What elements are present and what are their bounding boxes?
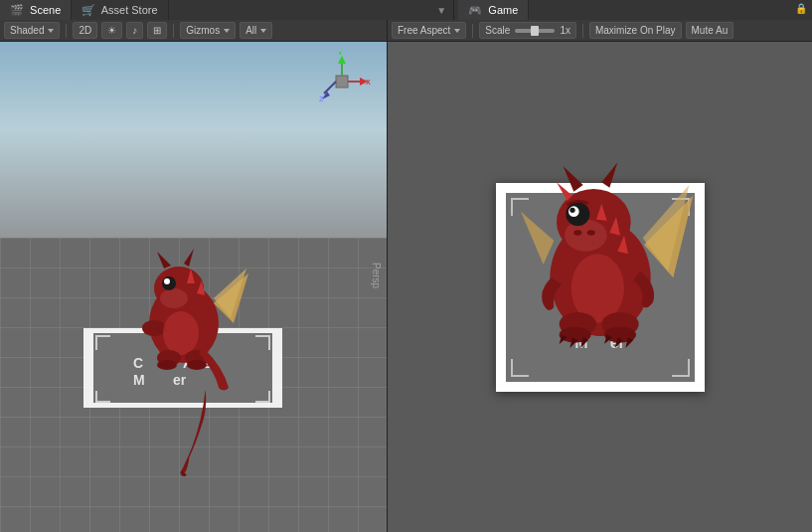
2d-label: 2D	[79, 25, 91, 36]
svg-point-27	[157, 360, 177, 370]
all-dropdown[interactable]: All	[240, 22, 272, 39]
scale-slider[interactable]	[515, 29, 555, 33]
tab-scene[interactable]: 🎬 Scene	[0, 0, 72, 20]
maximize-on-play-btn[interactable]: Maximize On Play	[589, 22, 682, 39]
scene-viewport[interactable]: C AR2 M er	[0, 42, 387, 532]
gizmos-dropdown[interactable]: Gizmos	[180, 22, 236, 39]
scale-value: 1x	[560, 25, 570, 36]
svg-point-46	[586, 230, 594, 235]
all-label: All	[245, 25, 256, 36]
svg-line-37	[324, 82, 336, 93]
scene-dragon	[119, 234, 248, 383]
svg-rect-7	[95, 401, 110, 403]
svg-point-16	[160, 288, 188, 308]
asset-store-icon: 🛒	[81, 4, 95, 16]
scene-gizmo[interactable]: Y X Z	[312, 52, 372, 111]
sep2	[173, 24, 174, 38]
aspect-dropdown-arrow	[454, 29, 460, 33]
game-toolbar: Free Aspect Scale 1x Maximize On Play Mu…	[388, 20, 812, 42]
asset-store-tab-label: Asset Store	[101, 4, 158, 16]
scene-dragon-svg	[119, 234, 248, 393]
shaded-dropdown[interactable]: Shaded	[4, 22, 60, 39]
svg-point-18	[164, 278, 170, 284]
svg-marker-34	[338, 56, 346, 64]
game-icon: 🎮	[468, 4, 482, 16]
svg-marker-50	[563, 166, 582, 191]
game-sep1	[472, 24, 473, 38]
gizmos-dropdown-arrow	[224, 29, 230, 33]
game-sep2	[582, 24, 583, 38]
svg-rect-3	[95, 335, 97, 350]
scene-panel: Shaded 2D ☀ ♪ ⊞ Gizmos All	[0, 20, 388, 532]
aspect-label: Free Aspect	[398, 25, 450, 36]
svg-point-45	[573, 230, 581, 235]
maximize-on-play-label: Maximize On Play	[595, 25, 676, 36]
svg-rect-2	[95, 335, 110, 337]
gizmos-label: Gizmos	[186, 25, 220, 36]
light-btn[interactable]: ☀	[101, 22, 122, 39]
top-tab-bar: 🎬 Scene 🛒 Asset Store ▼ 🎮 Game ▼	[0, 0, 812, 20]
scene-tab-label: Scene	[30, 4, 61, 16]
gizmo-svg: Y X Z	[312, 52, 372, 111]
scale-control[interactable]: Scale 1x	[479, 22, 576, 39]
audio-icon: ♪	[132, 25, 137, 36]
fx-btn[interactable]: ⊞	[147, 22, 167, 39]
game-dragon-svg	[501, 145, 700, 364]
svg-rect-32	[336, 76, 348, 88]
persp-label: Persp	[371, 263, 382, 288]
scene-toolbar: Shaded 2D ☀ ♪ ⊞ Gizmos All	[0, 20, 387, 42]
sep1	[66, 24, 67, 38]
game-tab-label: Game	[488, 4, 518, 16]
scale-handle[interactable]	[531, 26, 539, 36]
fx-icon: ⊞	[153, 25, 161, 36]
svg-point-49	[569, 207, 574, 212]
svg-rect-4	[255, 335, 270, 337]
svg-marker-51	[601, 162, 617, 187]
audio-btn[interactable]: ♪	[126, 22, 143, 39]
all-dropdown-arrow	[260, 29, 266, 33]
light-icon: ☀	[107, 25, 116, 36]
svg-point-24	[163, 311, 199, 355]
game-viewport[interactable]: C AR2 M er	[388, 42, 812, 532]
svg-marker-19	[157, 252, 171, 268]
shaded-dropdown-arrow	[48, 29, 54, 33]
svg-text:Z: Z	[319, 95, 324, 102]
2d-btn[interactable]: 2D	[73, 22, 97, 39]
svg-point-23	[142, 320, 166, 336]
svg-marker-55	[521, 211, 554, 264]
svg-rect-9	[255, 401, 270, 403]
svg-point-44	[565, 219, 607, 251]
scale-label: Scale	[485, 25, 510, 36]
scene-maximize-btn[interactable]: ▼	[431, 5, 451, 16]
mute-label: Mute Au	[692, 25, 729, 36]
svg-point-28	[187, 360, 207, 370]
main-content: Shaded 2D ☀ ♪ ⊞ Gizmos All	[0, 20, 812, 532]
game-panel: Free Aspect Scale 1x Maximize On Play Mu…	[388, 20, 812, 532]
scene-icon: 🎬	[10, 4, 24, 16]
aspect-dropdown[interactable]: Free Aspect	[392, 22, 466, 39]
svg-marker-20	[184, 249, 194, 266]
svg-text:Y: Y	[338, 52, 343, 56]
mute-btn[interactable]: Mute Au	[686, 22, 734, 39]
tab-asset-store[interactable]: 🛒 Asset Store	[72, 0, 168, 20]
shaded-label: Shaded	[10, 25, 44, 36]
tab-game[interactable]: 🎮 Game	[458, 0, 529, 20]
svg-text:X: X	[366, 79, 371, 86]
svg-rect-5	[268, 335, 270, 350]
game-dragon	[501, 145, 700, 364]
